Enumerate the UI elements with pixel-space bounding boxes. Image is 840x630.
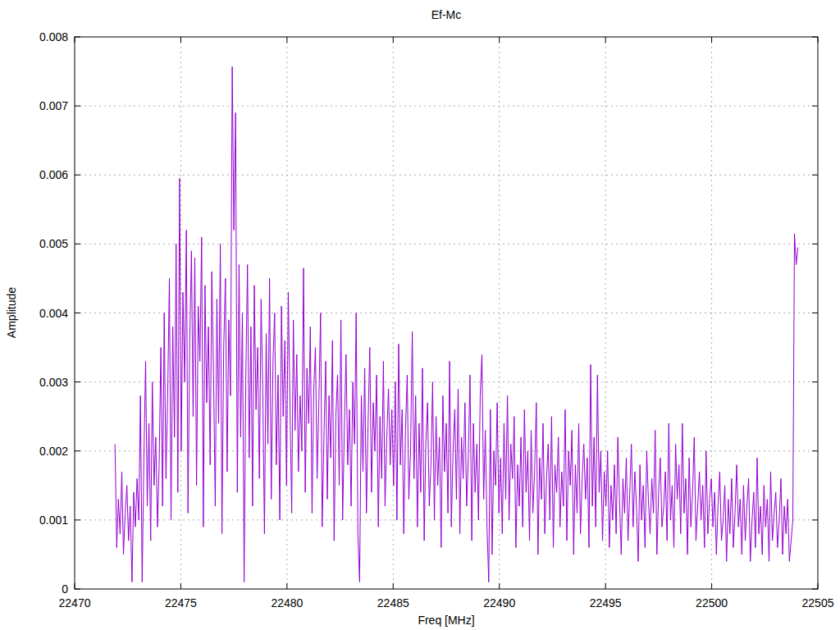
x-tick-label: 22500: [696, 596, 728, 609]
y-tick-label: 0: [62, 582, 68, 596]
y-tick-label: 0.008: [39, 30, 68, 43]
y-tick-label: 0.001: [39, 514, 68, 527]
x-tick-label: 22470: [59, 596, 91, 609]
x-tick-label: 22490: [483, 596, 515, 609]
spectrum-trace: [115, 66, 798, 582]
x-tick-label: 22485: [377, 596, 409, 609]
plot-border: [75, 37, 818, 589]
x-tick-label: 22480: [271, 596, 303, 609]
y-tick-label: 0.002: [39, 445, 68, 458]
y-tick-label: 0.007: [39, 99, 68, 112]
y-tick-label: 0.004: [39, 307, 68, 320]
y-tick-label: 0.005: [39, 237, 68, 250]
x-tick-label: 22505: [802, 596, 834, 609]
chart-container: Ef-Mc Amplitude Freq [MHz] 2247022475224…: [0, 0, 840, 630]
plot-canvas: 2247022475224802248522490224952250022505…: [0, 0, 840, 630]
x-tick-label: 22475: [165, 596, 197, 609]
x-tick-label: 22495: [590, 596, 622, 609]
y-tick-label: 0.006: [39, 168, 68, 181]
y-tick-label: 0.003: [39, 376, 68, 389]
